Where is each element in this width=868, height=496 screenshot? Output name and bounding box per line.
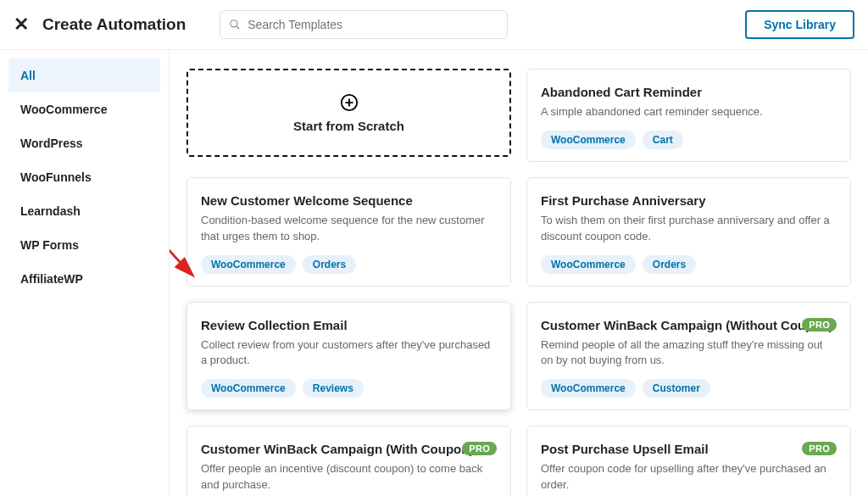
tag: Cart [643,131,683,149]
card-tags: WooCommerceOrders [541,255,837,274]
sidebar-item-woofunnels[interactable]: WooFunnels [8,160,160,194]
card-title: Customer WinBack Campaign (Without Coupo… [541,318,837,332]
sidebar-item-wp-forms[interactable]: WP Forms [8,228,160,262]
close-icon[interactable]: ✕ [14,15,29,34]
svg-line-1 [236,26,240,30]
template-card[interactable]: PROPost Purchase Upsell EmailOffer coupo… [526,426,851,496]
pro-badge: PRO [802,442,837,455]
tag: WooCommerce [201,255,296,274]
highlight-arrow [170,240,200,284]
card-tags: WooCommerceOrders [201,255,497,274]
tag: WooCommerce [541,255,636,274]
template-card[interactable]: First Purchase AnniversaryTo wish them o… [526,177,851,287]
tag: Customer [643,379,710,398]
tag: WooCommerce [541,131,636,149]
template-grid: Start from Scratch Abandoned Cart Remind… [186,69,851,496]
card-title: New Customer Welcome Sequence [201,193,497,208]
card-description: Offer people an incentive (discount coup… [201,461,497,493]
template-card[interactable]: Review Collection EmailCollect review fr… [186,302,511,411]
search-input-wrapper[interactable] [220,10,508,39]
sidebar: AllWooCommerceWordPressWooFunnelsLearnda… [0,50,170,496]
sidebar-item-woocommerce[interactable]: WooCommerce [8,92,160,126]
card-title: Customer WinBack Campaign (With Coupon) [201,442,497,456]
template-card[interactable]: New Customer Welcome SequenceCondition-b… [186,177,511,287]
tag: Orders [643,255,696,274]
card-description: Offer coupon code for upselling after th… [541,461,837,493]
card-description: A simple abandoned cart reminder sequenc… [541,104,837,120]
content: Start from Scratch Abandoned Cart Remind… [170,50,868,496]
plus-circle-icon [340,93,359,112]
card-title: Review Collection Email [201,318,497,332]
card-description: Condition-based welcome sequence for the… [201,213,497,245]
card-description: Remind people of all the amazing stuff t… [541,337,837,370]
tag: WooCommerce [201,379,296,398]
sync-library-button[interactable]: Sync Library [745,10,854,39]
sidebar-item-wordpress[interactable]: WordPress [8,126,160,160]
card-title: First Purchase Anniversary [541,193,837,208]
svg-point-0 [231,20,237,27]
body: AllWooCommerceWordPressWooFunnelsLearnda… [0,49,868,496]
sidebar-item-learndash[interactable]: Learndash [8,194,160,228]
card-tags: WooCommerceCart [541,131,837,149]
template-card[interactable]: PROCustomer WinBack Campaign (With Coupo… [186,426,511,496]
search-icon [229,19,241,31]
sidebar-item-all[interactable]: All [8,59,160,92]
template-card[interactable]: Abandoned Cart ReminderA simple abandone… [526,69,851,162]
page-title: Create Automation [42,15,186,34]
pro-badge: PRO [462,442,497,455]
header: ✕ Create Automation Sync Library [0,0,868,49]
scratch-title: Start from Scratch [293,119,404,133]
tag: WooCommerce [541,379,636,398]
card-tags: WooCommerceCustomer [541,379,837,398]
card-description: To wish them on their first purchase ann… [541,213,837,245]
tag: Orders [303,255,356,274]
card-tags: WooCommerceReviews [201,379,497,398]
pro-badge: PRO [802,318,837,332]
tag: Reviews [303,379,364,398]
card-description: Collect review from your customers after… [201,337,497,370]
start-from-scratch-card[interactable]: Start from Scratch [186,69,511,157]
template-card[interactable]: PROCustomer WinBack Campaign (Without Co… [526,302,851,411]
card-title: Abandoned Cart Reminder [541,85,837,99]
card-title: Post Purchase Upsell Email [541,442,837,456]
search-input[interactable] [248,18,498,31]
sidebar-item-affiliatewp[interactable]: AffiliateWP [8,262,160,296]
